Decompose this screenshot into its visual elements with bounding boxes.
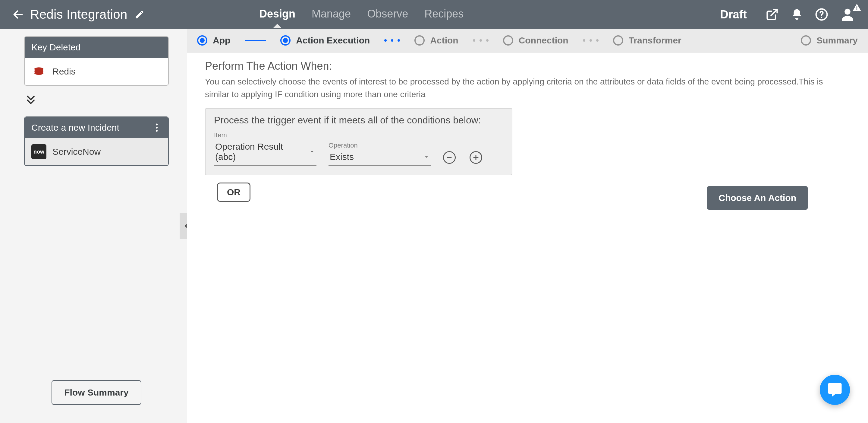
or-button[interactable]: OR [217,182,250,202]
step-action[interactable]: Action [414,35,458,46]
step-radio-icon [280,35,290,46]
svg-point-10 [156,123,158,125]
condition-row: Item Operation Result (abc) Operation Ex… [214,131,503,166]
chevron-down-icon [423,153,430,160]
item-field-label: Item [214,131,316,139]
step-app[interactable]: App [197,35,230,46]
topbar-left: Redis Integration [0,7,181,22]
redis-icon [31,64,46,79]
trigger-card-body: Redis [25,58,168,85]
flow-summary-button[interactable]: Flow Summary [52,380,141,405]
trigger-card[interactable]: Key Deleted Redis [24,36,169,86]
bell-icon[interactable] [789,7,804,22]
action-card-app: ServiceNow [53,147,101,157]
step-label: Action Execution [296,35,370,46]
step-radio-icon [414,35,425,46]
trigger-card-header: Key Deleted [25,37,168,58]
action-card-header: Create a new Incident [25,117,168,138]
nav-design[interactable]: Design [259,7,296,22]
content: App Action Execution Action Connection T… [187,29,868,423]
step-label: Action [430,35,458,46]
step-label: Transformer [629,35,681,46]
flow-connector-icon [24,93,169,106]
back-arrow-icon[interactable] [12,8,24,21]
trigger-card-app: Redis [53,66,76,77]
operation-select-value: Exists [330,152,354,162]
step-radio-icon [801,35,811,46]
panel-helper: You can selectively choose the events of… [205,76,844,101]
servicenow-icon: now [31,144,46,159]
action-card-title: Create a new Incident [31,122,119,133]
operation-field-label: Operation [329,141,431,149]
sidebar: Key Deleted Redis Create a new Incident … [0,29,187,423]
avatar-warning-icon [852,3,861,12]
step-radio-icon [503,35,513,46]
remove-condition-icon[interactable] [443,151,456,164]
action-card[interactable]: Create a new Incident now ServiceNow [24,116,169,166]
nav-manage[interactable]: Manage [312,7,351,22]
step-transformer[interactable]: Transformer [613,35,681,46]
condition-group-title: Process the trigger event if it meets al… [214,115,503,126]
page-title: Redis Integration [30,7,127,22]
step-label: App [213,35,230,46]
top-nav: Design Manage Observe Recipes [259,0,464,29]
choose-action-button[interactable]: Choose An Action [707,186,808,210]
avatar[interactable] [839,6,856,23]
svg-point-4 [844,9,850,15]
chat-fab[interactable] [820,375,850,405]
nav-observe[interactable]: Observe [367,7,408,22]
status-label: Draft [720,8,747,21]
step-label: Summary [816,35,858,46]
svg-point-3 [821,17,822,18]
svg-point-11 [156,127,158,129]
help-icon[interactable] [814,7,829,22]
action-card-menu-icon[interactable] [152,123,161,133]
step-action-execution[interactable]: Action Execution [280,35,370,46]
open-external-icon[interactable] [765,7,779,22]
chat-icon [827,382,843,398]
action-card-body: now ServiceNow [25,138,168,165]
step-connection[interactable]: Connection [503,35,568,46]
chevron-down-icon [309,148,315,155]
svg-point-9 [34,72,43,75]
trigger-card-title: Key Deleted [31,42,81,53]
step-connector-line [245,40,266,41]
step-summary[interactable]: Summary [801,35,858,46]
edit-title-icon[interactable] [133,8,146,21]
wizard-stepper: App Action Execution Action Connection T… [187,29,868,53]
step-label: Connection [519,35,568,46]
nav-recipes[interactable]: Recipes [424,7,464,22]
svg-line-1 [771,10,777,16]
item-select-value: Operation Result (abc) [215,141,302,162]
topbar: Redis Integration Design Manage Observe … [0,0,868,29]
topbar-right: Draft [720,0,856,29]
svg-point-12 [156,130,158,132]
item-select[interactable]: Operation Result (abc) [214,140,316,166]
step-radio-icon [613,35,623,46]
step-radio-icon [197,35,207,46]
panel-heading: Perform The Action When: [205,60,844,73]
svg-rect-5 [857,6,858,9]
add-condition-icon[interactable] [470,151,482,164]
svg-rect-6 [857,9,858,10]
condition-group: Process the trigger event if it meets al… [205,108,513,175]
operation-select[interactable]: Exists [329,150,431,166]
